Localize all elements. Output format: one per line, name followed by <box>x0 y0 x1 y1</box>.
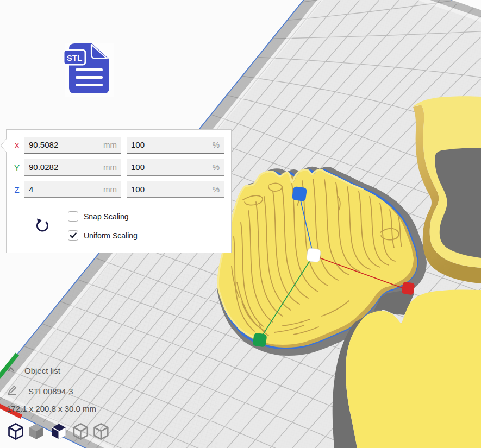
svg-text:STL: STL <box>67 53 82 62</box>
